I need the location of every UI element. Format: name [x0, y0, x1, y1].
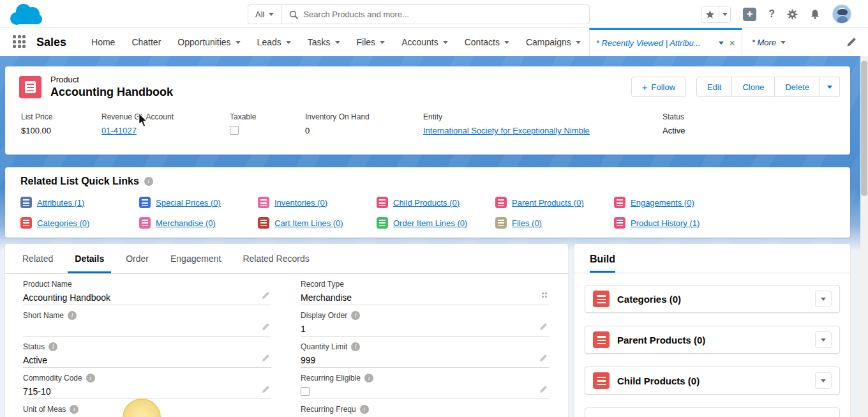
info-icon[interactable] — [68, 311, 77, 320]
nav-item-chatter[interactable]: Chatter — [123, 28, 169, 56]
nav-more-menu[interactable]: * More — [742, 28, 795, 56]
edit-pencil-icon[interactable] — [262, 322, 270, 331]
tab-details[interactable]: Details — [64, 244, 115, 273]
scrollbar-thumb[interactable] — [861, 61, 867, 196]
expand-chevron-button[interactable] — [815, 331, 832, 348]
expand-chevron-button[interactable] — [815, 291, 832, 307]
tab-order[interactable]: Order — [115, 244, 160, 273]
nav-item-tasks[interactable]: Tasks — [299, 28, 348, 56]
inventories-icon — [258, 197, 269, 208]
info-icon[interactable] — [360, 405, 369, 414]
tab-engagement[interactable]: Engagement — [160, 244, 232, 273]
tab-menu-chevron-icon[interactable] — [719, 42, 724, 45]
info-icon[interactable] — [70, 405, 79, 414]
quick-link-parent-products[interactable]: Parent Products (0) — [495, 197, 614, 208]
parent-products-icon — [495, 197, 507, 208]
quick-links-title: Related List Quick Links — [20, 176, 139, 187]
edit-pencil-icon[interactable] — [539, 322, 548, 331]
chevron-down-icon[interactable] — [236, 41, 241, 44]
edit-navigation-button[interactable] — [835, 28, 868, 56]
quick-link-files[interactable]: Files (0) — [495, 217, 614, 229]
chevron-down-icon[interactable] — [286, 41, 291, 44]
expand-chevron-button[interactable] — [815, 372, 832, 389]
global-actions-button[interactable]: + — [743, 8, 756, 21]
parent-products-icon — [593, 331, 610, 348]
nav-item-contacts[interactable]: Contacts — [456, 28, 518, 56]
quick-link-special-prices[interactable]: Special Prices (0) — [139, 197, 258, 208]
field-record-type: Record Type Merchandise — [301, 274, 549, 305]
tab-related[interactable]: Related — [11, 244, 64, 273]
highlight-field-status: Status Active — [662, 112, 840, 135]
search-input[interactable] — [303, 10, 589, 19]
build-card-parent-products[interactable]: Parent Products (0) — [585, 326, 840, 354]
build-card-child-products[interactable]: Child Products (0) — [585, 367, 840, 395]
favorites-dropdown[interactable] — [719, 6, 730, 22]
chevron-down-icon[interactable] — [576, 41, 581, 44]
build-card-categories[interactable]: Categories (0) — [585, 285, 840, 313]
vertical-scrollbar — [860, 56, 868, 417]
chevron-down-icon[interactable] — [781, 41, 786, 44]
edit-pencil-icon[interactable] — [262, 385, 270, 393]
change-record-type-icon[interactable] — [541, 292, 548, 298]
edit-pencil-icon[interactable] — [262, 291, 270, 299]
search-scope-selector[interactable]: All — [248, 5, 281, 24]
nav-item-accounts[interactable]: Accounts — [393, 28, 456, 56]
info-icon[interactable] — [144, 177, 153, 186]
quick-link-child-products[interactable]: Child Products (0) — [377, 197, 495, 208]
recurring-eligible-checkbox — [301, 387, 310, 396]
chevron-down-icon[interactable] — [504, 41, 509, 44]
product-history-icon — [614, 217, 625, 229]
quick-link-order-item-lines[interactable]: Order Item Lines (0) — [377, 217, 495, 229]
entity-link[interactable]: International Society for Exceptionally … — [423, 126, 590, 135]
clone-button[interactable]: Clone — [732, 77, 775, 97]
nav-item-home[interactable]: Home — [83, 28, 123, 56]
help-button[interactable]: ? — [768, 8, 775, 20]
edit-pencil-icon[interactable] — [262, 354, 270, 362]
setup-button[interactable] — [787, 9, 798, 20]
more-actions-button[interactable] — [820, 77, 840, 97]
info-icon[interactable] — [364, 374, 373, 383]
quick-link-categories[interactable]: Categories (0) — [20, 217, 139, 229]
search-scope-label: All — [255, 10, 264, 19]
chevron-down-icon[interactable] — [380, 41, 385, 44]
info-icon[interactable] — [351, 342, 360, 351]
quick-link-engagements[interactable]: Engagements (0) — [614, 197, 733, 208]
quick-link-attributes[interactable]: Attributes (1) — [20, 197, 139, 208]
tab-close-icon[interactable]: × — [729, 38, 735, 49]
edit-pencil-icon[interactable] — [539, 385, 548, 393]
build-card-partial[interactable] — [585, 407, 840, 417]
global-header: All + ? — [0, 0, 868, 28]
notifications-button[interactable] — [810, 9, 820, 20]
quick-link-inventories[interactable]: Inventories (0) — [258, 197, 377, 208]
highlight-field-taxable: Taxable — [230, 112, 305, 135]
nav-item-campaigns[interactable]: Campaigns — [518, 28, 589, 56]
quick-link-product-history[interactable]: Product History (1) — [614, 217, 733, 229]
quick-link-cart-item-lines[interactable]: Cart Item Lines (0) — [258, 217, 377, 229]
nav-item-files[interactable]: Files — [348, 28, 394, 56]
info-icon[interactable] — [49, 342, 57, 351]
chevron-down-icon[interactable] — [335, 41, 340, 44]
chevron-down-icon — [827, 86, 832, 89]
app-name[interactable]: Sales — [36, 36, 66, 49]
build-panel: Build Categories (0) Parent Products (0)… — [574, 244, 850, 417]
quick-link-merchandise[interactable]: Merchandise (0) — [139, 217, 258, 229]
tab-related-records[interactable]: Related Records — [232, 244, 320, 273]
favorites-star-icon[interactable] — [701, 6, 719, 22]
revenue-gl-account-link[interactable]: 01-41027 — [101, 126, 137, 135]
app-launcher-icon[interactable] — [13, 35, 27, 49]
search-icon — [281, 10, 303, 19]
nav-item-leads[interactable]: Leads — [249, 28, 299, 56]
chevron-down-icon[interactable] — [443, 41, 448, 44]
nav-item-label: Accounts — [401, 37, 438, 47]
delete-button[interactable]: Delete — [775, 77, 820, 97]
nav-item-opportunities[interactable]: Opportunities — [169, 28, 248, 56]
user-avatar[interactable] — [832, 4, 851, 24]
info-icon[interactable] — [86, 374, 95, 383]
edit-pencil-icon[interactable] — [539, 354, 548, 362]
edit-button[interactable]: Edit — [696, 77, 732, 97]
info-icon[interactable] — [351, 311, 360, 320]
product-object-icon — [19, 76, 41, 98]
follow-button[interactable]: + Follow — [631, 77, 686, 97]
attributes-icon — [20, 197, 32, 208]
active-temporary-tab[interactable]: * Recently Viewed | Attribu... × — [589, 28, 742, 56]
